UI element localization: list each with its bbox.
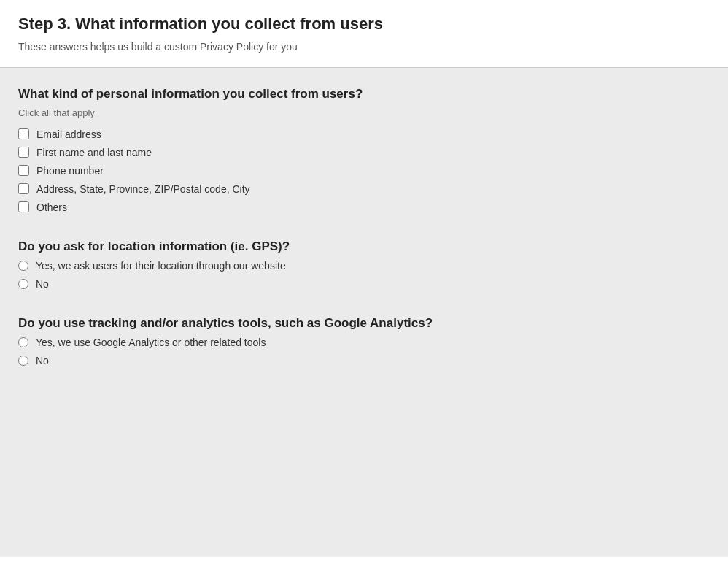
checkbox-option-others[interactable]: Others [18,201,710,213]
radio-analytics-yes[interactable] [18,337,28,347]
question-analytics-info: Do you use tracking and/or analytics too… [18,315,710,366]
checkbox-option-phone[interactable]: Phone number [18,165,710,177]
checkbox-address[interactable] [18,183,29,194]
page-subtitle: These answers helps us build a custom Pr… [18,41,710,53]
checkbox-phone[interactable] [18,165,29,176]
radio-analytics-no[interactable] [18,356,28,366]
radio-location-yes-label[interactable]: Yes, we ask users for their location thr… [36,260,286,272]
question-location-info: Do you ask for location information (ie.… [18,239,710,290]
page-title: Step 3. What information you collect fro… [18,15,710,34]
checkbox-name[interactable] [18,147,29,158]
radio-location-no[interactable] [18,279,28,289]
question-personal-info: What kind of personal information you co… [18,86,710,213]
checkbox-name-label[interactable]: First name and last name [36,147,152,158]
checkbox-option-email[interactable]: Email address [18,128,710,140]
checkbox-phone-label[interactable]: Phone number [36,165,104,177]
radio-analytics-no-label[interactable]: No [36,355,49,366]
question-analytics-info-title: Do you use tracking and/or analytics too… [18,315,710,332]
question-personal-info-hint: Click all that apply [18,107,710,118]
content-section: What kind of personal information you co… [0,68,728,557]
checkbox-email-label[interactable]: Email address [36,128,101,140]
radio-option-analytics-yes[interactable]: Yes, we use Google Analytics or other re… [18,337,710,348]
question-personal-info-title: What kind of personal information you co… [18,86,710,103]
radio-location-yes[interactable] [18,261,28,271]
checkbox-others-label[interactable]: Others [36,201,67,213]
radio-location-no-label[interactable]: No [36,278,49,290]
checkbox-email[interactable] [18,128,29,139]
radio-option-location-no[interactable]: No [18,278,710,290]
radio-option-analytics-no[interactable]: No [18,355,710,366]
question-location-info-title: Do you ask for location information (ie.… [18,239,710,256]
checkbox-address-label[interactable]: Address, State, Province, ZIP/Postal cod… [36,183,250,195]
header-section: Step 3. What information you collect fro… [0,0,728,68]
radio-analytics-yes-label[interactable]: Yes, we use Google Analytics or other re… [36,337,266,348]
checkbox-option-name[interactable]: First name and last name [18,147,710,158]
checkbox-others[interactable] [18,201,29,212]
checkbox-option-address[interactable]: Address, State, Province, ZIP/Postal cod… [18,183,710,195]
radio-option-location-yes[interactable]: Yes, we ask users for their location thr… [18,260,710,272]
